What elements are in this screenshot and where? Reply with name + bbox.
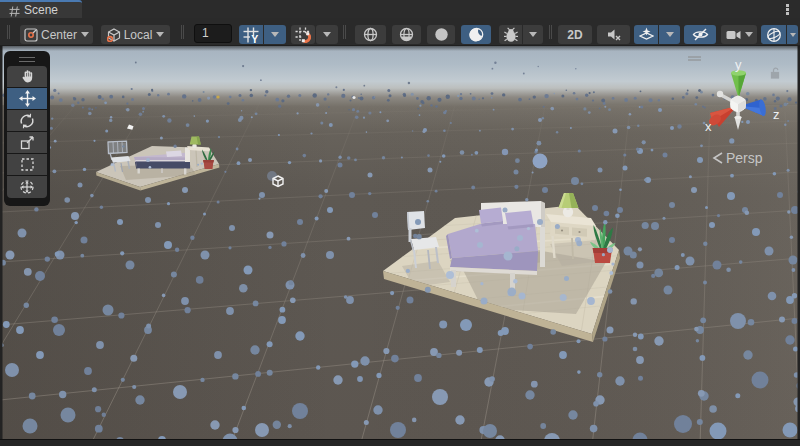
svg-text:y: y — [735, 57, 742, 72]
svg-text:z: z — [773, 107, 780, 122]
svg-text:Persp: Persp — [726, 150, 763, 166]
svg-text:x: x — [705, 119, 712, 134]
svg-text:Y: Y — [251, 33, 258, 43]
